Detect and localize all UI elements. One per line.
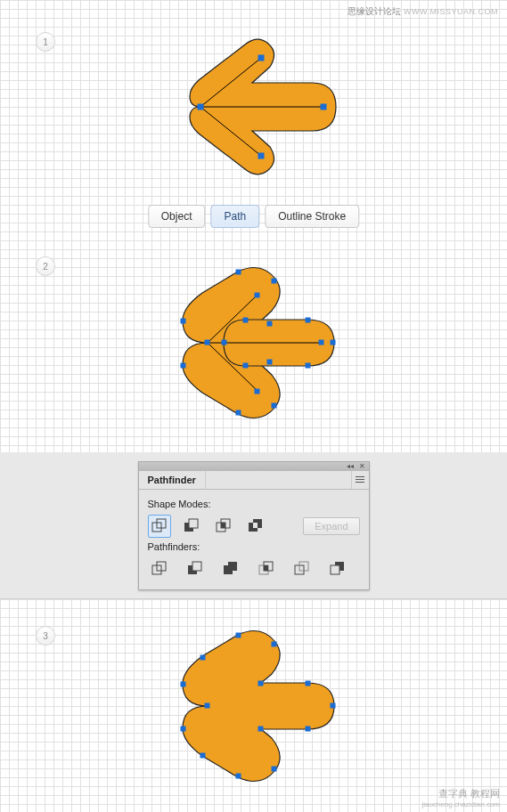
shape-mode-intersect-icon[interactable] — [212, 515, 235, 538]
svg-rect-55 — [236, 774, 241, 778]
svg-rect-14 — [236, 410, 241, 415]
svg-rect-4 — [258, 55, 264, 61]
arrow-svg-2 — [165, 263, 343, 423]
step-badge-1: 1 — [36, 32, 55, 52]
svg-rect-23 — [306, 363, 310, 368]
svg-rect-43 — [228, 562, 237, 571]
svg-rect-20 — [243, 363, 248, 368]
menu-object[interactable]: Object — [148, 205, 206, 228]
svg-rect-56 — [272, 642, 276, 646]
svg-rect-10 — [205, 340, 209, 345]
pathfinder-panel: ◂◂ ✕ Pathfinder Shape Modes: — [138, 461, 370, 590]
svg-rect-50 — [331, 565, 339, 574]
panel-body: Shape Modes: Expand Pathfinders: — [139, 490, 369, 589]
shape-mode-unite-icon[interactable] — [148, 515, 171, 538]
pathfinder-section: ◂◂ ✕ Pathfinder Shape Modes: — [0, 452, 507, 598]
svg-rect-51 — [205, 703, 209, 708]
pathfinder-outline-icon[interactable] — [290, 557, 314, 581]
svg-rect-17 — [255, 293, 259, 297]
svg-rect-25 — [319, 340, 323, 345]
svg-rect-37 — [253, 523, 258, 528]
svg-rect-27 — [267, 360, 272, 364]
pathfinder-crop-icon[interactable] — [255, 557, 278, 581]
svg-rect-34 — [221, 523, 225, 528]
pathfinders-label: Pathfinders: — [148, 541, 360, 552]
svg-rect-61 — [306, 727, 310, 731]
arrow-svg-1 — [165, 31, 343, 183]
svg-rect-15 — [272, 279, 276, 283]
shape-modes-label: Shape Modes: — [148, 499, 360, 509]
step-badge-3: 3 — [36, 626, 55, 646]
panel-top-strip: ◂◂ ✕ — [139, 462, 369, 471]
panel-menu-icon[interactable] — [351, 471, 369, 489]
watermark-top-sub: WWW.MISSYUAN.COM — [404, 7, 498, 16]
menu-object-label: Object — [161, 210, 192, 223]
shape-mode-minus-front-icon[interactable] — [180, 515, 203, 538]
watermark-bottom: 查字典 教程网 jiaocheng.chazidian.com — [421, 787, 500, 808]
panel-tabs: Pathfinder — [139, 471, 369, 490]
step-3-canvas: 3 — [0, 598, 507, 812]
expand-label: Expand — [315, 521, 348, 532]
arrow-svg-3 — [165, 626, 343, 786]
shape-modes-row: Expand — [148, 515, 360, 538]
svg-rect-11 — [181, 319, 185, 323]
arrow-shape-1[interactable] — [165, 31, 343, 186]
step-1-canvas: 思缘设计论坛 WWW.MISSYUAN.COM 1 Object Path Ou… — [0, 0, 507, 240]
svg-rect-64 — [200, 753, 205, 758]
pathfinder-merge-icon[interactable] — [219, 557, 242, 581]
svg-rect-54 — [236, 633, 241, 637]
pathfinders-row — [148, 557, 360, 581]
step-number: 1 — [43, 37, 48, 47]
step-badge-2: 2 — [36, 256, 55, 276]
expand-button[interactable]: Expand — [303, 517, 359, 535]
pathfinder-trim-icon[interactable] — [184, 557, 207, 581]
svg-rect-62 — [331, 703, 335, 708]
svg-rect-31 — [189, 519, 198, 528]
svg-rect-22 — [306, 318, 310, 322]
svg-rect-58 — [258, 681, 263, 686]
svg-rect-19 — [243, 318, 248, 322]
step-number: 2 — [43, 262, 48, 272]
watermark-top-main: 思缘设计论坛 — [348, 6, 401, 16]
svg-rect-18 — [255, 389, 259, 394]
svg-rect-46 — [264, 565, 268, 571]
menu-breadcrumb: Object Path Outline Stroke — [148, 205, 359, 228]
menu-outline-stroke-label: Outline Stroke — [278, 210, 346, 223]
menu-outline-stroke[interactable]: Outline Stroke — [265, 205, 359, 228]
svg-rect-5 — [258, 153, 264, 158]
svg-rect-63 — [200, 655, 205, 660]
svg-rect-59 — [258, 727, 263, 731]
svg-rect-3 — [198, 104, 203, 110]
svg-rect-24 — [331, 340, 335, 345]
svg-rect-16 — [272, 403, 276, 408]
svg-rect-53 — [181, 727, 185, 731]
svg-rect-41 — [192, 562, 201, 571]
menu-path-label: Path — [224, 210, 246, 223]
svg-rect-21 — [222, 340, 226, 345]
menu-path[interactable]: Path — [210, 205, 259, 228]
pathfinder-minus-back-icon[interactable] — [326, 557, 349, 581]
step-2-canvas: 2 — [0, 240, 507, 452]
svg-rect-13 — [236, 270, 241, 274]
svg-rect-26 — [267, 321, 272, 326]
svg-rect-12 — [181, 363, 185, 368]
svg-rect-57 — [272, 767, 276, 771]
tab-label: Pathfinder — [148, 475, 196, 485]
shape-mode-exclude-icon[interactable] — [244, 515, 267, 538]
arrow-shape-2[interactable] — [165, 263, 343, 426]
pathfinder-divide-icon[interactable] — [148, 557, 171, 581]
collapse-icon[interactable]: ◂◂ — [347, 462, 354, 470]
svg-rect-52 — [181, 682, 185, 686]
close-icon[interactable]: ✕ — [359, 462, 365, 470]
svg-rect-60 — [306, 681, 310, 686]
tab-pathfinder[interactable]: Pathfinder — [139, 471, 206, 489]
svg-rect-6 — [321, 104, 326, 110]
step-number: 3 — [43, 631, 48, 641]
watermark-bottom-main: 查字典 教程网 — [438, 788, 500, 799]
watermark-bottom-sub: jiaocheng.chazidian.com — [421, 800, 500, 808]
watermark-top: 思缘设计论坛 WWW.MISSYUAN.COM — [348, 5, 498, 18]
arrow-shape-3[interactable] — [165, 626, 343, 790]
